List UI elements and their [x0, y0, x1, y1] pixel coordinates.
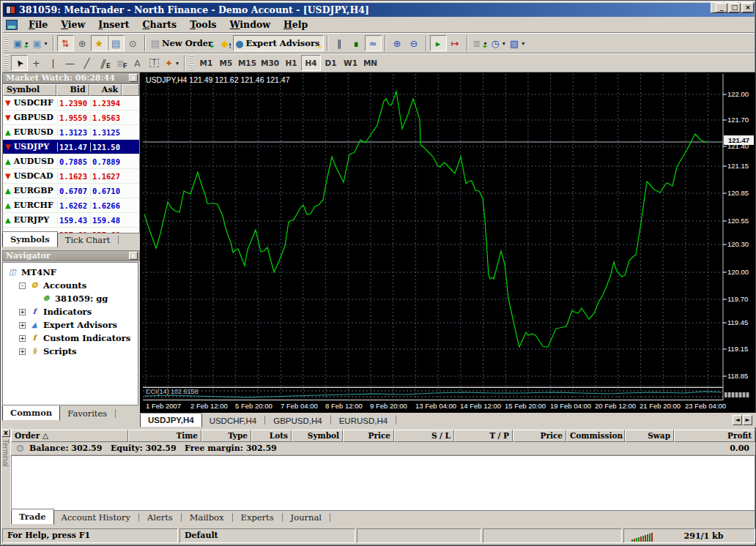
terminal-column-time[interactable]: Time: [128, 430, 201, 442]
channel-button[interactable]: ∥E: [95, 55, 112, 71]
terminal-tab-trade[interactable]: Trade: [11, 509, 54, 525]
arrows-button[interactable]: ✦▾: [163, 55, 181, 71]
terminal-column-t-p[interactable]: T / P: [454, 430, 513, 442]
quote-row-audusd[interactable]: ▲AUDUSD0.78850.7889: [3, 154, 139, 169]
toolbar-grip[interactable]: [190, 56, 193, 70]
timeframe-w1[interactable]: W1: [341, 55, 360, 71]
strategy-tester-button[interactable]: ⊙: [125, 35, 141, 51]
profiles-button[interactable]: ▣▾: [30, 35, 49, 51]
menu-file[interactable]: File: [22, 17, 54, 32]
bar-chart-button[interactable]: ∥: [331, 35, 348, 51]
tab-common[interactable]: Common: [2, 405, 60, 421]
menu-tools[interactable]: Tools: [183, 17, 223, 32]
tab-symbols[interactable]: Symbols: [2, 232, 58, 247]
data-window-button[interactable]: ⊕: [74, 35, 91, 51]
expand-icon[interactable]: +: [19, 322, 26, 329]
quote-row-gbpusd[interactable]: ▼GBPUSD1.95591.9563: [3, 111, 139, 125]
child-close-button[interactable]: ×: [742, 3, 754, 12]
zoom-in-button[interactable]: ⊕: [389, 35, 406, 51]
terminal-column-swap[interactable]: Swap: [625, 430, 674, 442]
terminal-column-profit[interactable]: Profit: [674, 430, 755, 442]
timeframe-d1[interactable]: D1: [321, 55, 341, 71]
timeframe-m15[interactable]: M15: [236, 55, 259, 71]
quote-row-usdchf[interactable]: ▼USDCHF1.23901.2394: [3, 96, 139, 111]
navigator-close-icon[interactable]: x: [129, 252, 138, 260]
new-chart-button[interactable]: ▣+▾: [11, 35, 30, 51]
chart-tab-usdchf-h4[interactable]: USDCHF,H4: [202, 415, 264, 427]
terminal-toggle[interactable]: ▤: [108, 35, 125, 51]
expand-icon[interactable]: +: [19, 309, 26, 315]
expand-icon[interactable]: +: [19, 335, 26, 342]
nav-item-expert-advisors[interactable]: +▲Expert Advisors: [3, 318, 138, 332]
expert-advisors-toggle[interactable]: ●▸Expert Advisors: [233, 35, 323, 51]
terminal-tab-account-history[interactable]: Account History: [54, 511, 138, 525]
terminal-column-lots[interactable]: Lots: [251, 430, 292, 442]
horizontal-line-button[interactable]: —: [62, 55, 78, 71]
menu-window[interactable]: Window: [223, 17, 277, 32]
timeframe-m1[interactable]: M1: [196, 55, 216, 71]
quote-row-eurusd[interactable]: ▲EURUSD1.31231.3125: [3, 125, 139, 140]
new-order-button[interactable]: ▤+New Order: [149, 35, 217, 51]
chart-shift-button[interactable]: ↦: [447, 35, 464, 51]
timeframe-m5[interactable]: M5: [216, 55, 236, 71]
title-bar[interactable]: 381059: MetaTrader - North Finance - Dem…: [3, 3, 755, 17]
collapse-icon[interactable]: -: [19, 283, 26, 289]
text-label-button[interactable]: T: [146, 55, 163, 71]
menu-view[interactable]: View: [54, 17, 92, 32]
zoom-out-button[interactable]: ⊖: [406, 35, 423, 51]
tab-favorites[interactable]: Favorites: [60, 407, 114, 421]
chart-tab-eurusd-h4[interactable]: EURUSD,H4: [332, 415, 395, 427]
nav-item-scripts[interactable]: +§Scripts: [3, 345, 138, 358]
terminal-tab-journal[interactable]: Journal: [284, 511, 329, 525]
text-button[interactable]: A: [129, 55, 146, 71]
cursor-button[interactable]: ➤: [11, 55, 28, 71]
chart-tab-gbpusd-h4[interactable]: GBPUSD,H4: [266, 415, 329, 427]
terminal-column-order[interactable]: Order △: [11, 430, 128, 442]
chart-area[interactable]: USDJPY,H4 121.49 121.62 121.46 121.47 CC…: [140, 72, 755, 413]
tabs-left-icon[interactable]: ◄: [733, 415, 742, 425]
indicators-button[interactable]: ≣+▾: [471, 35, 489, 51]
nav-item-indicators[interactable]: +fIndicators: [3, 305, 138, 318]
terminal-column-s-l[interactable]: S / L: [394, 430, 454, 442]
crosshair-button[interactable]: +: [28, 55, 45, 71]
menu-charts[interactable]: Charts: [136, 17, 184, 32]
navigator-toggle[interactable]: ★: [91, 35, 108, 51]
terminal-column-price[interactable]: Price: [343, 430, 394, 442]
terminal-close-icon[interactable]: x: [1, 429, 10, 437]
child-restore-button[interactable]: □: [729, 3, 741, 12]
candlestick-chart-button[interactable]: ∎: [348, 35, 365, 51]
toolbar-grip[interactable]: [4, 56, 8, 70]
line-chart-button[interactable]: ≈: [365, 35, 382, 51]
menu-help[interactable]: Help: [277, 17, 314, 32]
quote-row-eurgbp[interactable]: ▲EURGBP0.67070.6710: [3, 184, 139, 198]
market-watch-close-icon[interactable]: x: [129, 74, 138, 82]
timeframe-h1[interactable]: H1: [281, 55, 301, 71]
periods-button[interactable]: ◷▾: [489, 35, 507, 51]
chart-window-icon[interactable]: [6, 20, 18, 30]
vertical-line-button[interactable]: |: [45, 55, 62, 71]
nav-item-mt4nf[interactable]: ◫MT4NF: [3, 266, 138, 279]
child-minimize-button[interactable]: _: [716, 3, 727, 12]
timeframe-mn[interactable]: MN: [360, 55, 380, 71]
timeframe-h4[interactable]: H4: [301, 55, 321, 71]
terminal-column-commission[interactable]: Commission: [566, 430, 625, 442]
quote-row-eurjpy[interactable]: ▲EURJPY159.43159.48: [3, 213, 139, 228]
terminal-column-price[interactable]: Price: [513, 430, 566, 442]
auto-scroll-toggle[interactable]: ▸: [430, 35, 447, 51]
nav-item-381059-gg[interactable]: ☻381059: gg: [3, 292, 138, 305]
terminal-list-area[interactable]: [11, 455, 755, 511]
metaeditor-button[interactable]: ◆!: [216, 35, 233, 51]
menu-insert[interactable]: Insert: [92, 17, 136, 32]
quote-row-usdjpy[interactable]: ▼USDJPY121.47121.50: [3, 140, 139, 154]
market-watch-toggle[interactable]: ⇅: [57, 35, 74, 51]
terminal-column-symbol[interactable]: Symbol: [292, 430, 343, 442]
chart-tab-usdjpy-h4[interactable]: USDJPY,H4: [140, 414, 202, 427]
quote-row-eurchf[interactable]: ▲EURCHF1.62621.6266: [3, 198, 139, 213]
tab-tick-chart[interactable]: Tick Chart: [58, 233, 118, 247]
fibonacci-button[interactable]: ≣F: [112, 55, 129, 71]
terminal-tab-alerts[interactable]: Alerts: [140, 511, 180, 525]
tabs-right-icon[interactable]: ►: [743, 415, 752, 425]
terminal-tab-experts[interactable]: Experts: [234, 511, 281, 525]
timeframe-m30[interactable]: M30: [259, 55, 281, 71]
templates-button[interactable]: ▧▾: [508, 35, 527, 51]
